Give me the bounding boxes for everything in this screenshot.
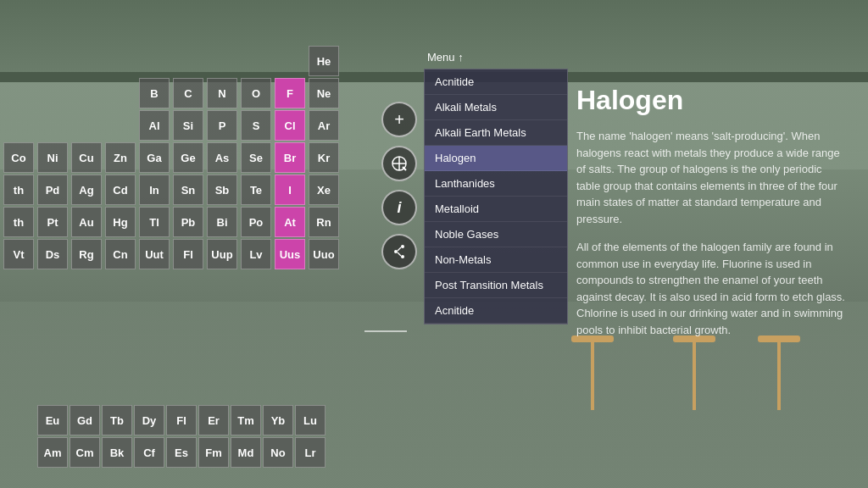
menu-item-lanthanides[interactable]: Lanthanides bbox=[425, 171, 567, 197]
element-ar[interactable]: Ar bbox=[309, 110, 339, 141]
menu-item-non-metals[interactable]: Non-Metals bbox=[425, 247, 567, 273]
element-th[interactable]: th bbox=[3, 207, 34, 237]
element-c[interactable]: C bbox=[173, 78, 203, 108]
element-s[interactable]: S bbox=[241, 110, 271, 141]
element-cl[interactable]: Cl bbox=[275, 110, 305, 141]
filter-button[interactable] bbox=[381, 146, 417, 181]
element-pd[interactable]: Pd bbox=[37, 175, 68, 205]
element-fl[interactable]: Fl bbox=[166, 405, 197, 435]
stool-3 bbox=[758, 336, 800, 437]
element-at[interactable]: At bbox=[275, 207, 305, 237]
menu-label[interactable]: Menu ↑ bbox=[424, 51, 568, 64]
element-sn[interactable]: Sn bbox=[173, 175, 203, 205]
element-cu[interactable]: Cu bbox=[71, 142, 102, 173]
element-es[interactable]: Es bbox=[166, 437, 197, 468]
element-as[interactable]: As bbox=[207, 142, 237, 173]
info-title: Halogen bbox=[576, 85, 848, 116]
element-yb[interactable]: Yb bbox=[263, 405, 293, 435]
element-md[interactable]: Md bbox=[231, 437, 261, 468]
svg-line-7 bbox=[398, 247, 401, 251]
menu-item-alkali-metals[interactable]: Alkali Metals bbox=[425, 95, 567, 120]
element-o[interactable]: O bbox=[241, 78, 271, 108]
element-au[interactable]: Au bbox=[71, 207, 102, 237]
menu-item-noble-gases[interactable]: Noble Gases bbox=[425, 222, 567, 247]
element-lu[interactable]: Lu bbox=[295, 405, 326, 435]
element-br[interactable]: Br bbox=[275, 142, 305, 173]
element-ni[interactable]: Ni bbox=[37, 142, 68, 173]
stool-1 bbox=[571, 336, 614, 437]
element-in[interactable]: In bbox=[139, 175, 170, 205]
element-cf[interactable]: Cf bbox=[134, 437, 164, 468]
element-tb[interactable]: Tb bbox=[102, 405, 132, 435]
info-panel: Halogen The name 'halogen' means 'salt-p… bbox=[576, 85, 848, 350]
svg-point-4 bbox=[394, 250, 398, 253]
element-bi[interactable]: Bi bbox=[207, 207, 237, 237]
periodic-table: HeBCNOFNeAlSiPSClArCoNiCuZnGaGeAsSeBrKrt… bbox=[0, 42, 344, 273]
element-se[interactable]: Se bbox=[241, 142, 271, 173]
element-tl[interactable]: Tl bbox=[139, 207, 170, 237]
svg-point-6 bbox=[401, 255, 404, 258]
element-po[interactable]: Po bbox=[241, 207, 271, 237]
menu-item-metalloid[interactable]: Metalloid bbox=[425, 197, 567, 222]
element-ga[interactable]: Ga bbox=[139, 142, 170, 173]
element-xe[interactable]: Xe bbox=[309, 175, 339, 205]
element-si[interactable]: Si bbox=[173, 110, 203, 141]
info-paragraph-1: The name 'halogen' means 'salt-producing… bbox=[576, 128, 848, 227]
lanthanide-actinide-rows: EuGdTbDyFlErTmYbLuAmCmBkCfEsFmMdNoLr bbox=[0, 402, 329, 471]
element-n[interactable]: N bbox=[207, 78, 237, 108]
menu-item-alkali-earth-metals[interactable]: Alkali Earth Metals bbox=[425, 120, 567, 146]
element-vt[interactable]: Vt bbox=[3, 239, 34, 269]
element-rg[interactable]: Rg bbox=[71, 239, 102, 269]
element-er[interactable]: Er bbox=[198, 405, 229, 435]
element-f[interactable]: F bbox=[275, 78, 305, 108]
element-ge[interactable]: Ge bbox=[173, 142, 203, 173]
element-cn[interactable]: Cn bbox=[105, 239, 136, 269]
element-te[interactable]: Te bbox=[241, 175, 271, 205]
element-pt[interactable]: Pt bbox=[37, 207, 68, 237]
element-rn[interactable]: Rn bbox=[309, 207, 339, 237]
element-kr[interactable]: Kr bbox=[309, 142, 339, 173]
element-hg[interactable]: Hg bbox=[105, 207, 136, 237]
element-p[interactable]: P bbox=[207, 110, 237, 141]
menu-item-post-transition-metals[interactable]: Post Transition Metals bbox=[425, 273, 567, 298]
element-gd[interactable]: Gd bbox=[70, 405, 100, 435]
element-cm[interactable]: Cm bbox=[70, 437, 100, 468]
element-fl[interactable]: Fl bbox=[173, 239, 203, 269]
element-uuo[interactable]: Uuo bbox=[309, 239, 339, 269]
add-button[interactable]: + bbox=[381, 102, 417, 137]
element-uup[interactable]: Uup bbox=[207, 239, 237, 269]
svg-line-8 bbox=[398, 252, 401, 256]
element-cd[interactable]: Cd bbox=[105, 175, 136, 205]
element-dy[interactable]: Dy bbox=[134, 405, 164, 435]
element-pb[interactable]: Pb bbox=[173, 207, 203, 237]
element-lr[interactable]: Lr bbox=[295, 437, 326, 468]
element-tm[interactable]: Tm bbox=[231, 405, 261, 435]
element-no[interactable]: No bbox=[263, 437, 293, 468]
element-bk[interactable]: Bk bbox=[102, 437, 132, 468]
element-b[interactable]: B bbox=[139, 78, 170, 108]
element-ne[interactable]: Ne bbox=[309, 78, 339, 108]
svg-point-5 bbox=[401, 245, 404, 248]
separator-line bbox=[364, 330, 407, 332]
element-ds[interactable]: Ds bbox=[37, 239, 68, 269]
element-ag[interactable]: Ag bbox=[71, 175, 102, 205]
element-sb[interactable]: Sb bbox=[207, 175, 237, 205]
menu-item-acnitide1[interactable]: Acnitide bbox=[425, 69, 567, 95]
element-co[interactable]: Co bbox=[3, 142, 34, 173]
element-he[interactable]: He bbox=[309, 46, 339, 76]
element-zn[interactable]: Zn bbox=[105, 142, 136, 173]
element-th[interactable]: th bbox=[3, 175, 34, 205]
element-lv[interactable]: Lv bbox=[241, 239, 271, 269]
element-fm[interactable]: Fm bbox=[198, 437, 229, 468]
element-i[interactable]: I bbox=[275, 175, 305, 205]
element-uus[interactable]: Uus bbox=[275, 239, 305, 269]
element-al[interactable]: Al bbox=[139, 110, 170, 141]
element-eu[interactable]: Eu bbox=[37, 405, 68, 435]
element-am[interactable]: Am bbox=[37, 437, 68, 468]
menu-item-halogen[interactable]: Halogen bbox=[425, 146, 567, 171]
element-uut[interactable]: Uut bbox=[139, 239, 170, 269]
info-button[interactable]: i bbox=[381, 190, 417, 225]
menu-item-acnitide2[interactable]: Acnitide bbox=[425, 298, 567, 324]
stool-2 bbox=[673, 336, 715, 437]
share-button[interactable] bbox=[381, 234, 417, 269]
